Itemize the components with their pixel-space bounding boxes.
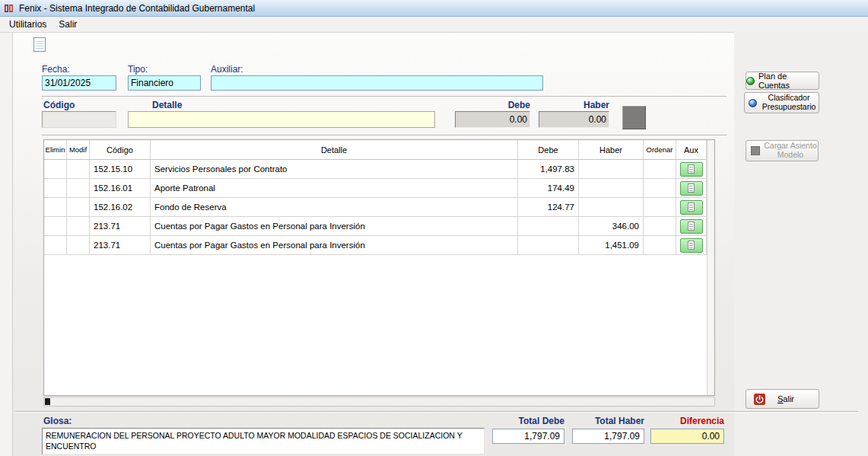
diferencia-label: Diferencia [650,416,724,426]
cargar-asiento-modelo-button[interactable]: Cargar Asiento Modelo [746,140,819,161]
document-icon [688,241,695,250]
cell-debe [518,236,579,254]
cell-elimin [44,198,67,216]
cell-aux [676,217,707,235]
total-debe-value: 1,797.09 [492,429,564,444]
cell-debe: 124.77 [518,198,579,216]
table-row[interactable]: 152.16.02Fondo de Reserva124.77 [44,198,714,217]
clasificador-presupuestario-button[interactable]: Clasificador Presupuestario [744,92,819,113]
menu-salir[interactable]: Salir [52,18,83,31]
document-icon [688,222,695,231]
cell-haber [579,198,644,216]
aux-button[interactable] [680,238,703,253]
left-panel [0,32,13,456]
cell-haber [579,179,644,197]
cell-aux [676,179,707,197]
salir-button[interactable]: Salir [746,389,819,409]
vertical-scrollbar[interactable] [707,140,714,395]
fecha-label: Fecha: [42,64,70,75]
fecha-input[interactable] [42,75,116,91]
entry-extra-button[interactable] [622,106,646,129]
cell-haber: 346.00 [579,217,644,235]
table-row[interactable]: 152.16.01Aporte Patronal174.49 [44,179,714,198]
col-haber: Haber [579,140,644,159]
separator [15,411,858,413]
window-title: Fenix - Sistema Integrado de Contabilida… [19,3,255,14]
col-codigo: Código [90,140,151,159]
debe-input[interactable] [455,111,530,128]
cell-haber: 1,451.09 [579,236,644,254]
aux-button[interactable] [680,219,703,234]
green-sphere-icon [746,77,755,85]
cell-codigo: 152.16.01 [90,179,151,197]
cell-debe: 174.49 [518,179,579,197]
cell-modif [67,198,90,216]
codigo-label: Código [43,100,75,110]
document-icon [688,183,695,193]
col-modif: Modif [67,140,90,159]
cell-elimin [44,179,67,197]
auxiliar-input[interactable] [211,75,543,91]
document-icon [688,202,695,212]
title-bar: Fenix - Sistema Integrado de Contabilida… [0,0,868,17]
cell-codigo: 213.71 [90,236,151,254]
detalle-label: Detalle [152,100,182,110]
cell-modif [67,236,90,254]
cell-modif [67,179,90,197]
cell-ordenar [644,236,676,254]
codigo-input[interactable] [42,111,116,128]
cell-detalle: Fondo de Reserva [151,198,518,216]
aux-button[interactable] [680,200,703,215]
table-row[interactable]: 213.71Cuentas por Pagar Gastos en Person… [44,217,714,236]
app-icon [4,3,14,14]
tipo-input[interactable] [128,75,201,91]
scrollbar-thumb[interactable] [45,398,50,405]
detalle-input[interactable] [128,111,435,128]
cell-detalle: Cuentas por Pagar Gastos en Personal par… [151,236,518,254]
auxiliar-label: Auxiliar: [211,64,243,75]
salir-label: Salir [777,394,794,403]
tipo-label: Tipo: [128,64,148,75]
cell-detalle: Cuentas por Pagar Gastos en Personal par… [151,217,518,235]
cell-ordenar [644,217,676,235]
cell-detalle: Aporte Patronal [151,179,518,197]
cell-elimin [44,217,67,235]
cell-ordenar [644,198,676,216]
cell-debe: 1,497.83 [518,160,579,178]
aux-button[interactable] [680,181,703,196]
separator [42,135,727,136]
cell-modif [67,160,90,178]
aux-button[interactable] [680,162,703,177]
clasificador-label: Clasificador Presupuestario [759,94,819,111]
new-document-icon[interactable] [33,37,46,52]
total-haber-value: 1,797.09 [572,429,644,444]
cell-elimin [44,160,67,178]
debe-label: Debe [487,100,530,110]
cargar-asiento-label: Cargar Asiento Modelo [763,142,818,159]
haber-input[interactable] [539,111,609,128]
cell-codigo: 152.16.02 [90,198,151,216]
plan-de-cuentas-button[interactable]: Plan de Cuentas [746,72,819,90]
table-header: Elimin Modif Código Detalle Debe Haber O… [44,140,714,160]
table-body: 152.15.10Servicios Personales por Contra… [44,160,714,255]
gray-square-icon [751,146,760,155]
col-detalle: Detalle [151,140,518,159]
total-haber-label: Total Haber [572,416,644,426]
menu-bar: Utilitarios Salir [0,17,868,32]
cell-elimin [44,236,67,254]
glosa-input[interactable]: REMUNERACION DEL PERSONAL PROYECTO ADULT… [42,428,485,454]
horizontal-scrollbar[interactable] [43,397,715,407]
table-row[interactable]: 213.71Cuentas por Pagar Gastos en Person… [44,236,714,255]
cell-debe [518,217,579,235]
cell-ordenar [644,160,676,178]
table-row[interactable]: 152.15.10Servicios Personales por Contra… [44,160,714,179]
cell-aux [676,160,707,178]
diferencia-value: 0.00 [650,429,724,444]
separator [42,96,727,97]
cell-haber [579,160,644,178]
haber-label: Haber [566,100,609,110]
menu-utilitarios[interactable]: Utilitarios [3,18,52,31]
blue-sphere-icon [749,99,757,107]
col-aux: Aux [676,140,707,159]
col-elimin: Elimin [44,140,67,159]
